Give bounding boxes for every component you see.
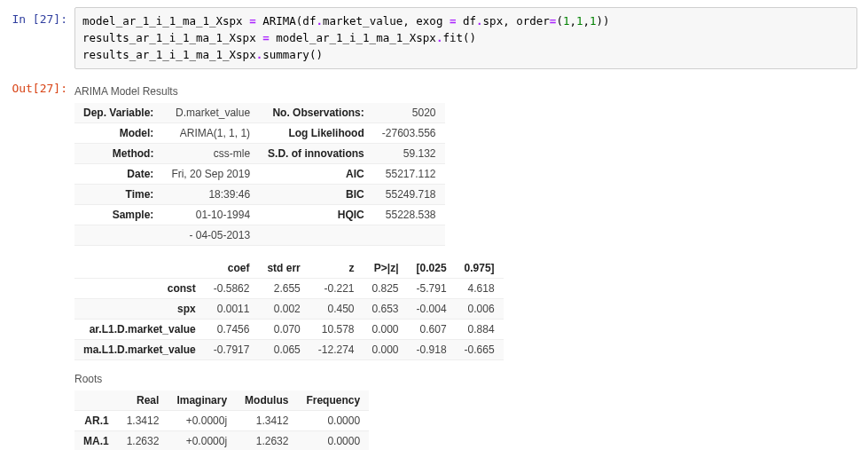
coef-value: 2.655 (258, 279, 309, 299)
roots-row: AR.11.3412+0.0000j1.34120.0000 (74, 411, 369, 431)
stats-row: Sample:01-10-1994HQIC55228.538 (74, 205, 445, 225)
results-title: ARIMA Model Results (74, 85, 857, 98)
stat-value: css-mle (162, 144, 259, 164)
coef-value: 0.070 (258, 320, 309, 340)
stats-row: Method:css-mleS.D. of innovations59.132 (74, 144, 445, 164)
coef-value: -0.5862 (205, 279, 259, 299)
coef-value: 0.450 (309, 299, 364, 320)
coef-value: -0.221 (309, 279, 364, 299)
output-cell: Out[27]: ARIMA Model Results Dep. Variab… (11, 76, 857, 450)
coef-value: 0.000 (364, 340, 408, 360)
stat-label (74, 225, 162, 246)
stat-label: Date: (74, 164, 162, 185)
stats-row: Model:ARIMA(1, 1, 1)Log Likelihood-27603… (74, 123, 445, 144)
output-area: ARIMA Model Results Dep. Variable:D.mark… (74, 76, 857, 450)
coef-row: ma.L1.D.market_value-0.79170.065-12.2740… (74, 340, 504, 360)
out-prompt: Out[27]: (11, 76, 74, 450)
coef-name: ar.L1.D.market_value (74, 320, 205, 340)
stats-row: Dep. Variable:D.market_valueNo. Observat… (74, 103, 445, 123)
root-name: AR.1 (74, 411, 118, 431)
stat-value: - 04-05-2013 (162, 225, 259, 246)
coef-header: z (309, 258, 364, 279)
roots-header: Imaginary (168, 391, 236, 411)
coef-value: 0.0011 (205, 299, 259, 320)
coef-header: [0.025 (408, 258, 456, 279)
stat-value: 59.132 (373, 144, 445, 164)
stat-label: Time: (74, 185, 162, 205)
roots-header (74, 391, 118, 411)
stat-label: S.D. of innovations (259, 144, 373, 164)
code-input[interactable]: model_ar_1_i_1_ma_1_Xspx = ARIMA(df.mark… (74, 7, 857, 69)
coef-value: -0.004 (408, 299, 456, 320)
top-stats-table: Dep. Variable:D.market_valueNo. Observat… (74, 103, 445, 246)
coef-header: P>|z| (364, 258, 408, 279)
code-line-3: results_ar_1_i_1_ma_1_Xspx.summary() (82, 48, 323, 61)
roots-table: RealImaginaryModulusFrequencyAR.11.3412+… (74, 391, 369, 450)
stat-value: 01-10-1994 (162, 205, 259, 225)
coef-header (74, 258, 205, 279)
coef-header: std err (258, 258, 309, 279)
root-value: 0.0000 (297, 411, 369, 431)
stat-value: 5020 (373, 103, 445, 123)
coef-table: coefstd errzP>|z|[0.0250.975]const-0.586… (74, 258, 504, 360)
stat-label: Dep. Variable: (74, 103, 162, 123)
stat-label: Method: (74, 144, 162, 164)
root-value: +0.0000j (168, 431, 236, 450)
code-line-2: results_ar_1_i_1_ma_1_Xspx = model_ar_1_… (82, 31, 476, 44)
coef-row: ar.L1.D.market_value0.74560.07010.5780.0… (74, 320, 504, 340)
coef-value: 0.000 (364, 320, 408, 340)
root-value: 1.3412 (236, 411, 297, 431)
root-value: 1.2632 (236, 431, 297, 450)
stat-value: -27603.556 (373, 123, 445, 144)
stat-label: BIC (259, 185, 373, 205)
coef-value: -0.665 (456, 340, 504, 360)
coef-row: spx0.00110.0020.4500.653-0.0040.006 (74, 299, 504, 320)
coef-header: coef (205, 258, 259, 279)
input-cell: In [27]: model_ar_1_i_1_ma_1_Xspx = ARIM… (11, 7, 857, 69)
stat-value: 55228.538 (373, 205, 445, 225)
stat-label: No. Observations: (259, 103, 373, 123)
coef-value: 0.006 (456, 299, 504, 320)
roots-header: Frequency (297, 391, 369, 411)
coef-value: 0.884 (456, 320, 504, 340)
coef-value: 0.002 (258, 299, 309, 320)
stat-label: Log Likelihood (259, 123, 373, 144)
coef-value: 0.825 (364, 279, 408, 299)
stat-value: 18:39:46 (162, 185, 259, 205)
stat-value: 55249.718 (373, 185, 445, 205)
root-name: MA.1 (74, 431, 118, 450)
stats-row: Time:18:39:46BIC55249.718 (74, 185, 445, 205)
coef-value: -12.274 (309, 340, 364, 360)
roots-header: Modulus (236, 391, 297, 411)
coef-value: 4.618 (456, 279, 504, 299)
coef-header-row: coefstd errzP>|z|[0.0250.975] (74, 258, 504, 279)
root-value: 1.2632 (118, 431, 168, 450)
coef-value: 0.653 (364, 299, 408, 320)
stat-value: ARIMA(1, 1, 1) (162, 123, 259, 144)
coef-value: 10.578 (309, 320, 364, 340)
coef-value: 0.065 (258, 340, 309, 360)
roots-header-row: RealImaginaryModulusFrequency (74, 391, 369, 411)
roots-title: Roots (74, 373, 857, 385)
stats-row: - 04-05-2013 (74, 225, 445, 246)
roots-header: Real (118, 391, 168, 411)
stat-label: Sample: (74, 205, 162, 225)
stat-value: D.market_value (162, 103, 259, 123)
stat-value (373, 225, 445, 246)
coef-row: const-0.58622.655-0.2210.825-5.7914.618 (74, 279, 504, 299)
root-value: 0.0000 (297, 431, 369, 450)
coef-value: -0.7917 (205, 340, 259, 360)
coef-value: -0.918 (408, 340, 456, 360)
stats-row: Date:Fri, 20 Sep 2019AIC55217.112 (74, 164, 445, 185)
coef-header: 0.975] (456, 258, 504, 279)
stat-label: AIC (259, 164, 373, 185)
coef-name: const (74, 279, 205, 299)
stat-label: HQIC (259, 205, 373, 225)
stat-label: Model: (74, 123, 162, 144)
roots-row: MA.11.2632+0.0000j1.26320.0000 (74, 431, 369, 450)
root-value: 1.3412 (118, 411, 168, 431)
coef-name: spx (74, 299, 205, 320)
coef-value: 0.7456 (205, 320, 259, 340)
stat-label (259, 225, 373, 246)
stat-value: Fri, 20 Sep 2019 (162, 164, 259, 185)
